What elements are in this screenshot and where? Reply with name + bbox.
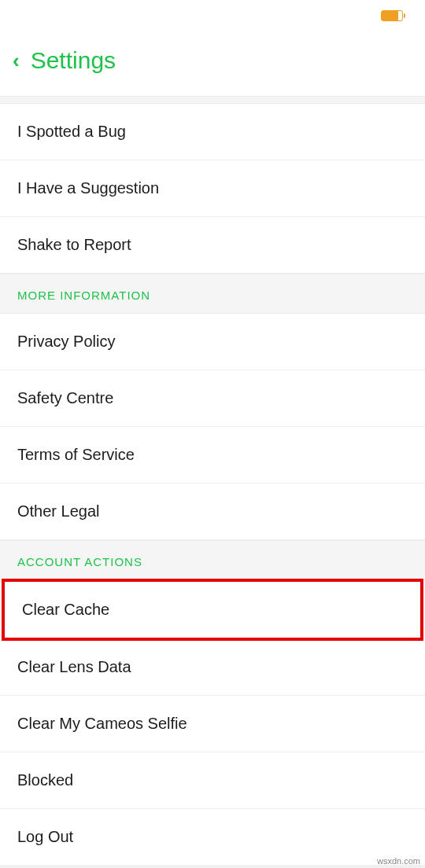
item-label: Log Out (17, 828, 73, 845)
item-label: Clear Cache (22, 601, 109, 618)
item-log-out[interactable]: Log Out (0, 809, 425, 866)
item-label: Safety Centre (17, 389, 113, 406)
status-bar (0, 0, 425, 31)
item-spotted-bug[interactable]: I Spotted a Bug (0, 104, 425, 160)
section-divider (0, 96, 425, 104)
item-label: Shake to Report (17, 236, 131, 253)
page-title: Settings (31, 47, 116, 74)
item-label: Other Legal (17, 502, 100, 520)
item-clear-cameos[interactable]: Clear My Cameos Selfie (0, 696, 425, 752)
battery-fill (382, 11, 398, 20)
item-label: Clear My Cameos Selfie (17, 715, 187, 732)
back-icon[interactable]: ‹ (13, 50, 20, 71)
item-shake-report[interactable]: Shake to Report (0, 217, 425, 274)
item-blocked[interactable]: Blocked (0, 752, 425, 809)
watermark: wsxdn.com (377, 856, 420, 866)
item-label: I Have a Suggestion (17, 179, 159, 197)
item-label: Privacy Policy (17, 333, 115, 350)
item-terms-service[interactable]: Terms of Service (0, 427, 425, 484)
item-clear-lens-data[interactable]: Clear Lens Data (0, 639, 425, 696)
item-clear-cache[interactable]: Clear Cache (2, 579, 423, 641)
section-header-more-info: MORE INFORMATION (0, 274, 425, 314)
item-privacy-policy[interactable]: Privacy Policy (0, 314, 425, 370)
item-label: Clear Lens Data (17, 658, 131, 675)
item-label: Terms of Service (17, 446, 135, 463)
battery-icon (381, 10, 403, 21)
item-suggestion[interactable]: I Have a Suggestion (0, 160, 425, 217)
item-other-legal[interactable]: Other Legal (0, 484, 425, 540)
settings-header: ‹ Settings (0, 31, 425, 96)
item-label: Blocked (17, 771, 73, 789)
section-header-account-actions: ACCOUNT ACTIONS (0, 540, 425, 580)
item-label: I Spotted a Bug (17, 123, 126, 140)
item-safety-centre[interactable]: Safety Centre (0, 370, 425, 427)
